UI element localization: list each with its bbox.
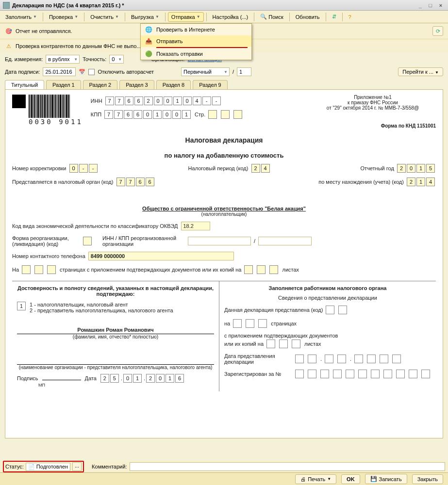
ok-button[interactable]: OK bbox=[341, 474, 360, 484]
type-combo[interactable]: Первичный bbox=[181, 67, 230, 76]
printer-icon: 🖨 bbox=[300, 476, 306, 482]
help-button[interactable]: ? bbox=[345, 12, 355, 22]
payer-name: Общество с ограниченной ответственностью… bbox=[12, 206, 436, 211]
black-square bbox=[12, 95, 26, 108]
tabs: Титульный Раздел 1 Раздел 2 Раздел 3 Раз… bbox=[0, 78, 448, 89]
precision-combo[interactable]: 0 bbox=[109, 55, 124, 64]
search-button[interactable]: 🔍Поиск bbox=[257, 12, 286, 22]
org-repr-sub: (наименование организации - представител… bbox=[17, 365, 214, 370]
slash-label: / bbox=[232, 69, 234, 75]
goto-button[interactable]: Перейти к ... ▼ bbox=[398, 67, 443, 76]
reorg-kpp-field[interactable] bbox=[258, 237, 312, 245]
r1: Данная декларация представлена (код) bbox=[224, 307, 323, 313]
measure-label: Ед. измерения: bbox=[5, 56, 43, 62]
okved-label: Код вида экономической деятельности по к… bbox=[12, 223, 178, 229]
globe-icon: 🌐 bbox=[145, 26, 152, 33]
tab-section2[interactable]: Раздел 2 bbox=[83, 80, 118, 89]
minimize-button[interactable]: _ bbox=[416, 2, 425, 8]
comment-label: Комментарий: bbox=[92, 464, 127, 469]
badge-icon: 🎯 bbox=[5, 27, 13, 35]
refresh-button[interactable]: Обновить bbox=[292, 12, 323, 22]
num-field[interactable]: 1 bbox=[237, 67, 251, 76]
pages-mid: страницах с приложением подтверждающих д… bbox=[60, 267, 241, 273]
warn-text: Проверка контрагентов по данным ФНС не в… bbox=[16, 43, 141, 49]
tab-section9[interactable]: Раздел 9 bbox=[193, 80, 228, 89]
send-button[interactable]: Отправка▼ bbox=[168, 12, 204, 22]
status-dots-button[interactable]: ... bbox=[72, 462, 82, 471]
doc-icon: 📄 bbox=[28, 464, 35, 470]
disable-calc-label: Отключить авторасчет bbox=[98, 69, 154, 75]
sign-type-cell[interactable]: 1 bbox=[17, 302, 26, 310]
tab-title[interactable]: Титульный bbox=[5, 80, 44, 89]
r3c: листах bbox=[304, 341, 321, 347]
params-row2: Дата подписи: 25.01.2016 📅 Отключить авт… bbox=[0, 65, 448, 78]
close-btn[interactable]: Закрыть bbox=[412, 474, 443, 484]
okved-field[interactable]: 18.2 bbox=[181, 222, 210, 230]
pages-end: листах bbox=[282, 267, 299, 273]
date-cells: 25.01.2016 bbox=[100, 374, 185, 383]
status-field[interactable]: 📄Подготовлен bbox=[26, 463, 70, 471]
toolbar: Заполнить▼ Проверка▼ Очистить▼ Выгрузка▼… bbox=[0, 11, 448, 23]
sig-label: Подпись bbox=[17, 375, 38, 381]
disable-calc-checkbox[interactable] bbox=[88, 69, 95, 75]
r2: на bbox=[224, 321, 230, 326]
reorg-label: Форма реорганизации, (ликвидация) (код) bbox=[12, 235, 80, 247]
status-label: Статус: bbox=[5, 464, 24, 469]
save-icon: 💾 bbox=[370, 476, 377, 482]
tab-section3[interactable]: Раздел 3 bbox=[119, 80, 154, 89]
check-button[interactable]: Проверка▼ bbox=[46, 12, 82, 22]
page-label: Стр. bbox=[195, 112, 205, 117]
maximize-button[interactable]: □ bbox=[426, 2, 435, 8]
info-refresh-button[interactable]: ⟳ bbox=[432, 26, 443, 36]
clear-button[interactable]: Очистить▼ bbox=[87, 12, 122, 22]
barcode-text: 0030 9011 bbox=[29, 118, 83, 126]
measure-combo[interactable]: в рублях bbox=[46, 55, 80, 64]
r2b: страницах bbox=[271, 321, 297, 326]
titlebar: Декларация по НДС (за 4 квартал 2015 г.)… bbox=[0, 0, 448, 11]
close-button[interactable]: × bbox=[436, 2, 445, 8]
year-label: Отчетный год bbox=[360, 165, 394, 171]
r3b: или их копий на bbox=[224, 341, 264, 347]
comment-field[interactable] bbox=[130, 462, 445, 471]
app-icon bbox=[3, 2, 10, 9]
r3: с приложением подтверждающих документов bbox=[224, 333, 338, 339]
kpp-label: КПП bbox=[91, 112, 101, 117]
print-button[interactable]: 🖨Печать▼ bbox=[295, 474, 336, 484]
calendar-icon[interactable]: 📅 bbox=[79, 69, 85, 75]
tab-section8[interactable]: Раздел 8 bbox=[156, 80, 191, 89]
date-lbl: Дата bbox=[85, 375, 97, 381]
send-dropdown: 🌐Проверить в Интернете 📤Отправить 🟢Показ… bbox=[140, 23, 252, 60]
tab-section1[interactable]: Раздел 1 bbox=[46, 80, 81, 89]
menu-check-online[interactable]: 🌐Проверить в Интернете bbox=[141, 24, 251, 35]
refresh-icon: ⟳ bbox=[436, 28, 440, 34]
precision-label: Точность: bbox=[83, 56, 106, 62]
taxorg-label: Представляется в налоговый орган (код) bbox=[12, 179, 113, 185]
save-button[interactable]: 💾Записать bbox=[365, 474, 407, 484]
reorg-inn-label: ИНН / КПП реорганизованной организации bbox=[102, 235, 185, 247]
menu-send[interactable]: 📤Отправить bbox=[141, 35, 251, 47]
inn-label: ИНН bbox=[91, 98, 102, 104]
help-icon: ? bbox=[348, 14, 351, 20]
two-column-block: Достоверность и полноту сведений, указан… bbox=[12, 281, 436, 391]
fio: Ромашкин Роман Романович bbox=[17, 327, 214, 334]
fill-button[interactable]: Заполнить▼ bbox=[2, 12, 40, 22]
r4: Дата представления декларации bbox=[224, 353, 292, 365]
period-label: Налоговый период (код) bbox=[188, 165, 249, 171]
export-button[interactable]: Выгрузка▼ bbox=[128, 12, 163, 22]
phone-field[interactable]: 8499 0000000 bbox=[88, 252, 234, 260]
place-label: по месту нахождения (учета) (код) bbox=[318, 179, 404, 185]
payer-sub: (налогоплательщик) bbox=[12, 211, 436, 217]
appendix-block: Приложение №1 к приказу ФНС России от "2… bbox=[310, 95, 436, 129]
reorg-inn-field[interactable] bbox=[188, 237, 251, 245]
status-highlight: Статус: 📄Подготовлен ... bbox=[3, 461, 84, 472]
barcode bbox=[29, 95, 83, 118]
inn-cells: 7766200104-- bbox=[105, 97, 222, 105]
nav-button[interactable]: ⇵ bbox=[329, 12, 340, 22]
sign-date-field[interactable]: 25.01.2016 bbox=[43, 67, 76, 76]
menu-show-sends[interactable]: 🟢Показать отправки bbox=[141, 48, 251, 60]
history-icon: 🟢 bbox=[145, 50, 152, 58]
phone-label: Номер контактного телефона bbox=[12, 253, 85, 259]
settings-button[interactable]: Настройка (...) bbox=[209, 12, 252, 22]
window-title: Декларация по НДС (за 4 квартал 2015 г.)… bbox=[12, 2, 416, 8]
not-sent-text: Отчет не отправлялся. bbox=[16, 28, 72, 34]
